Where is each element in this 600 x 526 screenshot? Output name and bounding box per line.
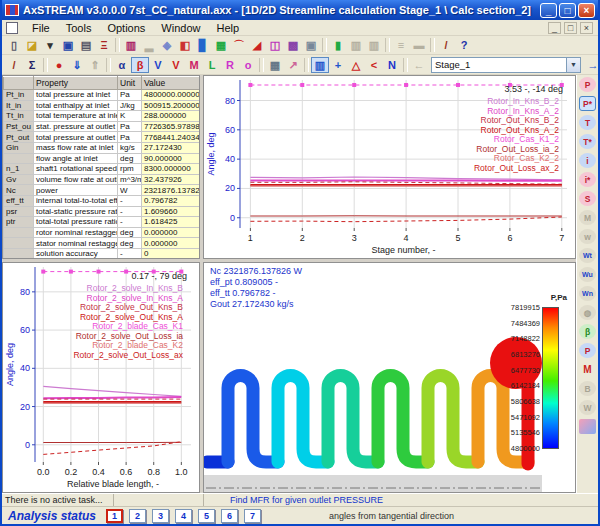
table-row[interactable]: eff_ttinternal total-to-total efficienc-…: [4, 195, 201, 206]
table-row[interactable]: stator nominal restagger angdeg0.000000: [4, 238, 201, 249]
table-row[interactable]: Ginmass flow rate at inletkg/s27.172430: [4, 142, 201, 153]
colorbar-labels: 7819915748436971488226813276647773061421…: [511, 303, 540, 453]
velocity-abs-icon[interactable]: V: [149, 57, 167, 73]
table-row[interactable]: solution accuracy-0: [4, 248, 201, 259]
analysis-tab-5[interactable]: 5: [198, 509, 215, 523]
export-sigma-icon[interactable]: Ξ: [95, 37, 113, 53]
curve-red-icon[interactable]: ⌒: [230, 37, 248, 53]
new-document-icon[interactable]: ▯: [5, 37, 23, 53]
table-row[interactable]: NcpowerW2321876.137826: [4, 185, 201, 196]
table-row[interactable]: It_intotal enthalpy at inletJ/kg500915.2…: [4, 100, 201, 111]
beta-green-icon[interactable]: β: [579, 324, 596, 339]
minimize-button[interactable]: _: [540, 3, 557, 18]
alpha-icon[interactable]: α: [113, 57, 131, 73]
svg-text:Rotor_2_blade_Cas_K2: Rotor_2_blade_Cas_K2: [92, 340, 183, 350]
menu-tools[interactable]: Tools: [58, 22, 100, 34]
diagram-icon[interactable]: ▦: [266, 57, 284, 73]
enthalpy-static-icon[interactable]: i: [579, 153, 596, 168]
svg-text:Rotor_2_solve_In_Kns_B: Rotor_2_solve_In_Kns_B: [87, 283, 184, 293]
sigma-icon[interactable]: Σ: [23, 57, 41, 73]
mach-icon[interactable]: M: [185, 57, 203, 73]
wrench-icon[interactable]: /: [437, 37, 455, 53]
mdi-close-button[interactable]: ×: [580, 22, 593, 34]
menu-help[interactable]: Help: [208, 22, 247, 34]
package-icon[interactable]: ▣: [302, 37, 320, 53]
temperature-static-icon[interactable]: T: [579, 115, 596, 130]
n5-icon[interactable]: N: [383, 57, 401, 73]
svg-text:20: 20: [225, 183, 235, 193]
menu-options[interactable]: Options: [99, 22, 153, 34]
m-red-icon[interactable]: M: [579, 362, 596, 377]
entropy-icon[interactable]: S: [579, 191, 596, 206]
table-colored-icon[interactable]: ▦: [212, 37, 230, 53]
table-row[interactable]: ptrtotal-total pressure ratio-1.618425: [4, 217, 201, 228]
mdi-minimize-button[interactable]: _: [548, 22, 561, 34]
table-row[interactable]: n_1shaft1 rotational speedrpm8300.000000: [4, 164, 201, 175]
plus-icon[interactable]: +: [329, 57, 347, 73]
table-row[interactable]: Pt_intotal pressure at inletPa4800000.00…: [4, 90, 201, 101]
maximize-button[interactable]: □: [559, 3, 576, 18]
nav-forward-icon[interactable]: →: [584, 57, 600, 73]
close-button[interactable]: ×: [578, 3, 595, 18]
table-row[interactable]: Tt_intotal temperature at inletK288.0000…: [4, 111, 201, 122]
analysis-tab-4[interactable]: 4: [175, 509, 192, 523]
bar-chart-icon[interactable]: ▥: [311, 57, 329, 73]
delta-icon[interactable]: △: [347, 57, 365, 73]
chart-small-icon[interactable]: ▥: [122, 37, 140, 53]
toolbar-separator: [106, 58, 111, 72]
enthalpy-total-icon[interactable]: i*: [579, 172, 596, 187]
open-file-icon[interactable]: ◪: [23, 37, 41, 53]
arrow-down-double-icon[interactable]: ⇓: [68, 57, 86, 73]
colorbar-title: P,Pa: [551, 293, 567, 302]
velocity-wn-icon[interactable]: Wn: [579, 286, 596, 301]
pressure-total-icon[interactable]: P*: [579, 96, 596, 111]
velocity-wu-icon[interactable]: Wu: [579, 267, 596, 282]
analysis-tab-2[interactable]: 2: [129, 509, 146, 523]
velocity-rel-icon[interactable]: V: [167, 57, 185, 73]
database-icon[interactable]: ▊: [194, 37, 212, 53]
temperature-total-icon[interactable]: T*: [579, 134, 596, 149]
charts-magenta-icon[interactable]: ◫: [266, 37, 284, 53]
angle-mark-icon[interactable]: <: [365, 57, 383, 73]
stage-chart[interactable]: 0204060801234567Stage number, -Angle, de…: [204, 76, 575, 258]
open-dropdown-icon[interactable]: ▾: [41, 37, 59, 53]
svg-text:60: 60: [225, 125, 235, 135]
grid-colored-icon[interactable]: ▩: [284, 37, 302, 53]
omega-icon[interactable]: o: [239, 57, 257, 73]
table-row[interactable]: Pst_oustat. pressure at outletPa7726365.…: [4, 121, 201, 132]
analysis-tab-7[interactable]: 7: [244, 509, 261, 523]
context-help-icon[interactable]: ?: [455, 37, 473, 53]
title-bar[interactable]: AxSTREAM v3.0.0.0 7st_CC_natural.axx - […: [2, 0, 598, 20]
p-blue-icon[interactable]: P: [579, 343, 596, 358]
diamond-icon[interactable]: ◈: [158, 37, 176, 53]
analysis-tab-1[interactable]: 1: [106, 509, 123, 523]
main-toolbar: ▯◪▾▣▤Ξ▥▂◈◧▊▦⌒◢◫▩▣▮▥▥≡▬/?: [2, 36, 598, 55]
stage-select[interactable]: Stage_1▼: [431, 57, 581, 73]
analysis-tab-3[interactable]: 3: [152, 509, 169, 523]
blade-chart[interactable]: 0204060800.00.20.40.60.81.0Relative blad…: [3, 263, 199, 492]
table-row[interactable]: Gvvolume flow rate at outletm^3/min32.43…: [4, 174, 201, 185]
menu-file[interactable]: File: [24, 22, 58, 34]
pressure-static-icon[interactable]: P: [579, 77, 596, 92]
record-icon[interactable]: ●: [50, 57, 68, 73]
table-row[interactable]: flow angle at inletdeg90.000000: [4, 153, 201, 164]
velocity-wt-icon[interactable]: Wt: [579, 248, 596, 263]
wedge-red-icon[interactable]: ◢: [248, 37, 266, 53]
reaction-icon[interactable]: R: [221, 57, 239, 73]
table-row[interactable]: psrtotal-static pressure ratio-1.609660: [4, 206, 201, 217]
wrench-calc-icon[interactable]: /: [5, 57, 23, 73]
beta-icon[interactable]: β: [131, 57, 149, 73]
table-row[interactable]: rotor nominal restagger angledeg0.000000: [4, 227, 201, 238]
length-icon[interactable]: L: [203, 57, 221, 73]
levels-icon[interactable]: ▮: [329, 37, 347, 53]
save-icon[interactable]: ▣: [59, 37, 77, 53]
chart-3d-icon[interactable]: ◧: [176, 37, 194, 53]
mdi-restore-button[interactable]: □: [564, 22, 577, 34]
table-row[interactable]: Pt_outtotal pressure at outletPa7768441.…: [4, 132, 201, 143]
trend-icon[interactable]: ↗: [284, 57, 302, 73]
gradient-swatch-icon[interactable]: [579, 419, 596, 434]
analysis-tab-6[interactable]: 6: [221, 509, 238, 523]
menu-window[interactable]: Window: [153, 22, 208, 34]
print-icon[interactable]: ▤: [77, 37, 95, 53]
stage-select-dropdown-icon[interactable]: ▼: [566, 58, 580, 72]
